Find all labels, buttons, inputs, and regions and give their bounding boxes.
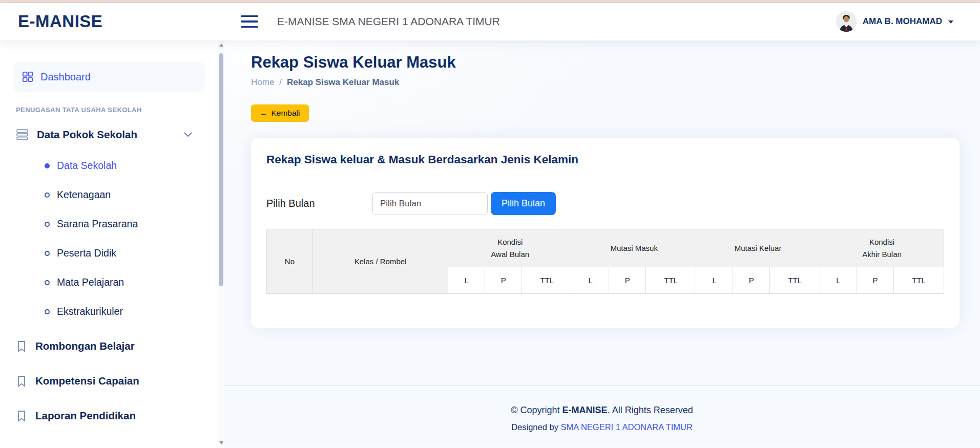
- col-group-kondisi-akhir-bulan: Kondisi Akhir Bulan: [820, 229, 944, 267]
- grid-icon: [22, 71, 33, 82]
- hamburger-menu-icon[interactable]: [241, 15, 258, 28]
- chevron-down-icon: [183, 131, 193, 138]
- page-title: Rekap Siswa Keluar Masuk: [251, 53, 960, 72]
- main-area: Rekap Siswa Keluar Masuk Home / Rekap Si…: [224, 40, 980, 447]
- sidebar-scrollbar: [218, 40, 224, 447]
- pilih-bulan-button[interactable]: Pilih Bulan: [491, 192, 556, 215]
- month-filter-row: Pilih Bulan Pilih Bulan: [266, 192, 944, 215]
- card-title: Rekap Siswa keluar & Masuk Berdasarkan J…: [266, 153, 944, 166]
- scroll-down-arrow-icon[interactable]: [219, 440, 224, 445]
- user-avatar: [836, 11, 857, 32]
- sidebar-subitem-sarana-prasarana[interactable]: Sarana Prasarana: [45, 218, 205, 230]
- col-header-l: L: [820, 267, 857, 294]
- col-header-kelas-rombel: Kelas / Rombel: [312, 229, 448, 294]
- bookmark-icon: [16, 410, 27, 422]
- col-group-mutasi-keluar: Mutasi Keluar: [696, 229, 820, 267]
- sidebar-subitem-ketenagaan[interactable]: Ketenagaan: [45, 189, 205, 201]
- bullet-icon: [45, 309, 50, 314]
- col-header-l: L: [696, 267, 733, 294]
- sidebar-subitem-peserta-didik[interactable]: Peserta Didik: [45, 247, 205, 259]
- sidebar-item-laporan-pendidikan[interactable]: Laporan Pendidikan: [13, 410, 205, 422]
- sidebar-subitem-label: Mata Pelajaran: [57, 276, 124, 288]
- bookmark-icon: [16, 340, 27, 352]
- bullet-icon: [45, 280, 50, 285]
- designer-link[interactable]: SMA NEGERI 1 ADONARA TIMUR: [560, 422, 692, 432]
- scrollbar-thumb[interactable]: [219, 53, 223, 286]
- sidebar-section-label: PENUGASAN TATA USAHA SEKOLAH: [16, 106, 205, 114]
- sidebar-item-kompetensi-capaian[interactable]: Kompetensi Capaian: [13, 375, 205, 387]
- back-button[interactable]: ← Kembali: [251, 104, 309, 122]
- sidebar-subitem-label: Data Sekolah: [57, 160, 117, 172]
- sidebar-submenu: Data Sekolah Ketenagaan Sarana Prasarana…: [13, 160, 205, 317]
- breadcrumb-current: Rekap Siswa Keluar Masuk: [287, 77, 399, 88]
- chevron-down-icon: [948, 20, 953, 24]
- bullet-icon: [45, 193, 50, 198]
- sidebar-item-data-pokok-sekolah[interactable]: Data Pokok Sekolah: [13, 128, 205, 141]
- sidebar-subitem-data-sekolah[interactable]: Data Sekolah: [45, 160, 205, 172]
- sidebar-item-label: Rombongan Belajar: [35, 340, 135, 352]
- app-header: E-MANISE E-MANISE SMA NEGERI 1 ADONARA T…: [0, 3, 980, 40]
- sidebar-item-rombongan-belajar[interactable]: Rombongan Belajar: [13, 340, 205, 352]
- rekap-card: Rekap Siswa keluar & Masuk Berdasarkan J…: [251, 138, 960, 328]
- footer-brand: E-MANISE: [562, 405, 608, 415]
- breadcrumb-separator: /: [279, 77, 282, 88]
- copyright-line: © Copyright E-MANISE. All Rights Reserve…: [224, 405, 980, 416]
- col-group-kondisi-awal-bulan: Kondisi Awal Bulan: [448, 229, 572, 267]
- sidebar-item-label: Dashboard: [40, 71, 91, 83]
- col-header-ttl: TTL: [522, 267, 572, 294]
- col-header-ttl: TTL: [646, 267, 696, 294]
- user-menu[interactable]: AMA B. MOHAMAD: [836, 11, 953, 32]
- col-header-l: L: [572, 267, 609, 294]
- bullet-icon: [45, 163, 50, 168]
- sidebar-item-label: Laporan Pendidikan: [35, 410, 136, 422]
- sidebar-subitem-mata-pelajaran[interactable]: Mata Pelajaran: [45, 276, 205, 288]
- col-header-no: No: [267, 229, 313, 294]
- col-header-p: P: [609, 267, 646, 294]
- sidebar-subitem-label: Ekstrakurikuler: [57, 306, 123, 317]
- sidebar-subitem-label: Peserta Didik: [57, 247, 116, 259]
- back-button-label: Kembali: [272, 109, 300, 118]
- bullet-icon: [45, 222, 50, 227]
- bullet-icon: [45, 251, 50, 256]
- col-header-l: L: [448, 267, 485, 294]
- month-input[interactable]: [372, 192, 488, 215]
- sidebar-subitem-label: Ketenagaan: [57, 189, 111, 201]
- scroll-up-arrow-icon[interactable]: [219, 43, 224, 48]
- rekap-table: No Kelas / Rombel Kondisi Awal Bulan Mut…: [266, 229, 944, 294]
- sidebar-subitem-ekstrakurikuler[interactable]: Ekstrakurikuler: [45, 306, 205, 317]
- header-title: E-MANISE SMA NEGERI 1 ADONARA TIMUR: [277, 15, 500, 28]
- left-arrow-icon: ←: [260, 109, 268, 118]
- col-header-ttl: TTL: [894, 267, 944, 294]
- col-group-mutasi-masuk: Mutasi Masuk: [572, 229, 696, 267]
- server-stack-icon: [16, 128, 29, 141]
- user-name: AMA B. MOHAMAD: [863, 16, 942, 27]
- bookmark-icon: [16, 375, 27, 387]
- col-header-ttl: TTL: [770, 267, 820, 294]
- col-header-p: P: [857, 267, 894, 294]
- sidebar-item-label: Data Pokok Sekolah: [37, 129, 137, 141]
- breadcrumb: Home / Rekap Siswa Keluar Masuk: [251, 77, 960, 88]
- sidebar-item-label: Kompetensi Capaian: [35, 375, 139, 387]
- breadcrumb-home[interactable]: Home: [251, 77, 274, 88]
- sidebar: Dashboard PENUGASAN TATA USAHA SEKOLAH D…: [0, 40, 224, 447]
- col-header-p: P: [485, 267, 522, 294]
- designed-by-line: Designed by SMA NEGERI 1 ADONARA TIMUR: [224, 422, 980, 432]
- footer: © Copyright E-MANISE. All Rights Reserve…: [224, 386, 980, 447]
- month-filter-label: Pilih Bulan: [266, 198, 372, 209]
- sidebar-item-dashboard[interactable]: Dashboard: [13, 62, 205, 92]
- app-logo[interactable]: E-MANISE: [0, 12, 224, 31]
- col-header-p: P: [733, 267, 770, 294]
- sidebar-subitem-label: Sarana Prasarana: [57, 218, 138, 230]
